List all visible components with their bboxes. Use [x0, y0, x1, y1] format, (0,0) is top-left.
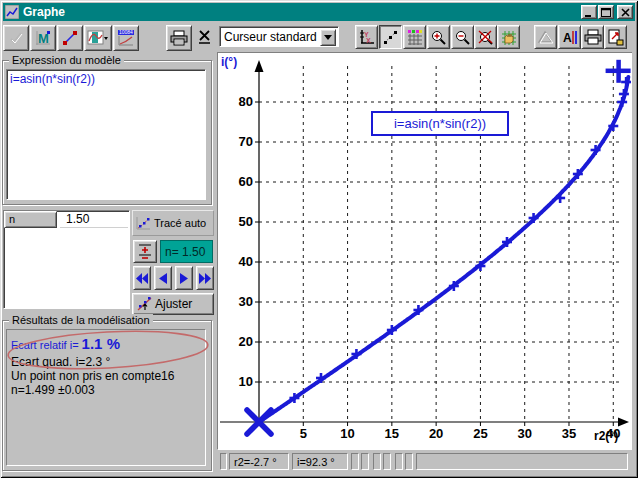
status-cell	[383, 453, 391, 470]
values-tool-button[interactable]: 10084	[113, 25, 139, 51]
text-tool-button[interactable]: A	[558, 25, 581, 49]
zoom-in-button[interactable]	[427, 25, 450, 49]
pan-button[interactable]	[497, 25, 520, 49]
print-graph-button[interactable]	[581, 25, 604, 49]
zoom-reset-button[interactable]	[474, 25, 497, 49]
zoom-reset-icon	[477, 29, 494, 46]
results-box: Ecart relatif i= 1.1 % Ecart quad. i=2.3…	[6, 329, 206, 466]
double-right-icon	[199, 273, 211, 284]
close-toolbar-button[interactable]	[196, 25, 213, 49]
chevron-down-icon	[324, 35, 332, 40]
param-last-button[interactable]	[196, 266, 214, 290]
status-i: i=92.3 °	[292, 453, 348, 470]
minimize-button[interactable]	[581, 5, 597, 19]
parameter-name-header[interactable]: n	[4, 211, 57, 228]
param-first-button[interactable]	[133, 266, 151, 290]
status-cell	[373, 453, 381, 470]
close-button[interactable]	[617, 5, 633, 19]
close-icon	[621, 8, 630, 17]
trace-auto-label: Tracé auto	[154, 217, 206, 229]
app-icon	[5, 5, 19, 19]
grid-colors-button[interactable]	[403, 25, 426, 49]
cursor-mode-value: Curseur standard	[224, 30, 317, 44]
status-r2: r2=-2.7 °	[229, 453, 289, 470]
svg-text:20: 20	[239, 334, 253, 349]
curve-style-button[interactable]	[379, 25, 402, 49]
curve-style-icon	[382, 29, 399, 46]
status-spacer	[220, 453, 227, 470]
zoom-out-icon	[454, 29, 471, 46]
svg-text:40: 40	[239, 254, 253, 269]
status-message-area	[416, 453, 628, 470]
grid-colors-icon	[406, 29, 423, 46]
maximize-button[interactable]	[598, 5, 614, 19]
expression-text: i=asin(n*sin(r2))	[10, 72, 95, 86]
ajuster-button[interactable]: Ajuster	[132, 293, 214, 315]
ajuster-label: Ajuster	[155, 297, 192, 311]
param-next-button[interactable]	[175, 266, 193, 290]
app-window: Graphe M	[0, 0, 638, 478]
results-group-label: Résultats de la modélisation	[9, 314, 153, 326]
area-tool-button[interactable]	[84, 25, 112, 51]
axes-icon: Y X	[358, 29, 375, 46]
result-quad-error: Ecart quad. i=2.3 °	[11, 355, 201, 369]
title-bar[interactable]: Graphe	[3, 3, 635, 21]
svg-text:X: X	[366, 36, 371, 43]
results-group: Résultats de la modélisation Ecart relat…	[2, 320, 212, 471]
segment-icon	[62, 30, 78, 46]
result-relative-error: Ecart relatif i= 1.1 %	[11, 335, 201, 355]
cursor-mode-dropdown-button[interactable]	[320, 29, 336, 46]
zoom-out-button[interactable]	[451, 25, 474, 49]
right-icon	[180, 273, 188, 284]
svg-text:10084: 10084	[119, 29, 133, 35]
relative-error-prefix: Ecart relatif i=	[11, 339, 82, 351]
model-button[interactable]: M	[30, 25, 56, 51]
model-annotation-box[interactable]: i=asin(n*sin(r2))	[371, 111, 509, 136]
angle-tool-button[interactable]	[534, 25, 557, 49]
validate-button[interactable]	[3, 25, 29, 51]
expression-editor[interactable]: i=asin(n*sin(r2))	[6, 69, 206, 200]
window-title: Graphe	[23, 5, 580, 19]
values-tool-icon: 10084	[117, 29, 135, 47]
param-badge: n= 1.50	[160, 240, 213, 263]
svg-text:80: 80	[239, 94, 253, 109]
svg-text:35: 35	[562, 426, 576, 441]
svg-text:60: 60	[239, 174, 253, 189]
print-icon	[584, 29, 602, 45]
minimize-icon	[584, 8, 594, 17]
svg-text:5: 5	[300, 426, 307, 441]
svg-text:25: 25	[473, 426, 487, 441]
validate-icon	[8, 30, 24, 46]
pan-icon	[500, 29, 517, 46]
left-icon	[159, 273, 167, 284]
svg-text:15: 15	[385, 426, 399, 441]
status-cell	[405, 453, 413, 470]
result-param-fit: n=1.499 ±0.003	[11, 383, 201, 397]
ajuster-icon	[136, 296, 152, 312]
trace-auto-icon	[135, 215, 151, 231]
maximize-icon	[601, 8, 611, 17]
chart-panel[interactable]: 5101520253035401020304050607080 i(°) r2(…	[217, 52, 632, 449]
svg-text:10: 10	[340, 426, 354, 441]
param-prev-button[interactable]	[154, 266, 172, 290]
print-icon	[170, 30, 188, 46]
status-cell	[395, 453, 403, 470]
export-button[interactable]	[604, 25, 627, 49]
status-bar: r2=-2.7 ° i=92.3 °	[218, 449, 632, 473]
text-tool-icon: A	[561, 29, 578, 46]
close-toolbar-icon	[199, 30, 211, 44]
result-excluded-point: Un point non pris en compte16	[11, 369, 201, 383]
expression-group-label: Expression du modèle	[9, 54, 124, 66]
axes-settings-button[interactable]: Y X	[355, 25, 378, 49]
expression-group: Expression du modèle i=asin(n*sin(r2))	[2, 60, 212, 205]
parameter-value-cell[interactable]: 1.50	[60, 211, 128, 228]
cursor-mode-select[interactable]: Curseur standard	[219, 26, 339, 47]
trace-auto-button[interactable]: Tracé auto	[132, 210, 214, 236]
parameter-list[interactable]: n 1.50	[3, 210, 130, 309]
svg-text:30: 30	[517, 426, 531, 441]
param-step-button[interactable]	[133, 240, 157, 263]
svg-text:20: 20	[429, 426, 443, 441]
segment-button[interactable]	[57, 25, 83, 51]
svg-text:10: 10	[239, 374, 253, 389]
print-model-button[interactable]	[166, 25, 192, 51]
